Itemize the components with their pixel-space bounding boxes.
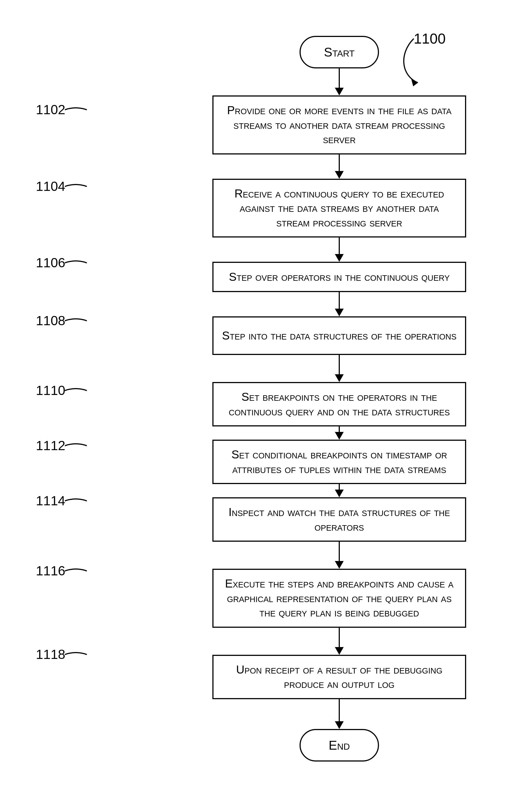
ref-1112-text: 1112 <box>36 438 65 453</box>
ref-1116-text: 1116 <box>36 563 65 578</box>
flowchart: Start Provide one or more events in the … <box>213 36 466 761</box>
ref-1110-text: 1110 <box>36 383 65 398</box>
arrow-icon <box>335 154 344 179</box>
step-text: Execute the steps and breakpoints and ca… <box>222 576 457 620</box>
ref-1118: 1118 <box>36 647 65 662</box>
start-terminator: Start <box>300 36 379 68</box>
step-text: Inspect and watch the data structures of… <box>222 505 457 534</box>
step-1106: Step over operators in the continuous qu… <box>213 262 466 292</box>
step-1102: Provide one or more events in the file a… <box>213 95 466 154</box>
arrow-icon <box>335 237 344 262</box>
step-text: Step over operators in the continuous qu… <box>229 270 450 284</box>
arrow-icon <box>335 292 344 316</box>
ref-1112: 1112 <box>36 438 65 453</box>
step-text: Set breakpoints on the operators in the … <box>222 390 457 419</box>
ref-1116: 1116 <box>36 563 65 578</box>
ref-1114: 1114 <box>36 493 65 508</box>
arrow-icon <box>335 355 344 382</box>
ref-1114-text: 1114 <box>36 493 65 508</box>
step-1118: Upon receipt of a result of the debuggin… <box>213 655 466 699</box>
ref-leader-icon <box>65 651 87 659</box>
ref-leader-icon <box>65 182 87 191</box>
ref-leader-icon <box>65 567 87 575</box>
arrow-icon <box>335 68 344 95</box>
arrow-icon <box>335 484 344 497</box>
step-1104: Receive a continuous query to be execute… <box>213 179 466 238</box>
ref-leader-icon <box>65 497 87 505</box>
ref-leader-icon <box>65 317 87 325</box>
step-1112: Set conditional breakpoints on timestamp… <box>213 440 466 484</box>
step-text: Set conditional breakpoints on timestamp… <box>222 447 457 476</box>
ref-1108-text: 1108 <box>36 313 65 328</box>
arrow-icon <box>335 699 344 729</box>
ref-leader-icon <box>65 259 87 267</box>
ref-1110: 1110 <box>36 383 65 398</box>
arrow-icon <box>335 542 344 569</box>
ref-1108: 1108 <box>36 313 65 328</box>
step-text: Receive a continuous query to be execute… <box>222 186 457 230</box>
step-text: Provide one or more events in the file a… <box>222 103 457 147</box>
step-text: Step into the data structures of the ope… <box>222 328 456 343</box>
ref-1106-text: 1106 <box>36 255 65 270</box>
ref-leader-icon <box>65 442 87 450</box>
ref-1102: 1102 <box>36 102 65 117</box>
start-label: Start <box>324 45 355 60</box>
step-text: Upon receipt of a result of the debuggin… <box>222 663 457 692</box>
ref-leader-icon <box>65 106 87 114</box>
ref-1104: 1104 <box>36 179 65 194</box>
ref-1104-text: 1104 <box>36 179 65 194</box>
step-1116: Execute the steps and breakpoints and ca… <box>213 569 466 628</box>
arrow-icon <box>335 628 344 655</box>
step-1110: Set breakpoints on the operators in the … <box>213 382 466 427</box>
ref-1102-text: 1102 <box>36 102 65 117</box>
step-1108: Step into the data structures of the ope… <box>213 316 466 355</box>
ref-leader-icon <box>65 387 87 395</box>
ref-1106: 1106 <box>36 255 65 270</box>
step-1114: Inspect and watch the data structures of… <box>213 497 466 542</box>
ref-1118-text: 1118 <box>36 647 65 662</box>
end-label: End <box>329 738 350 753</box>
end-terminator: End <box>300 729 379 761</box>
arrow-icon <box>335 427 344 440</box>
